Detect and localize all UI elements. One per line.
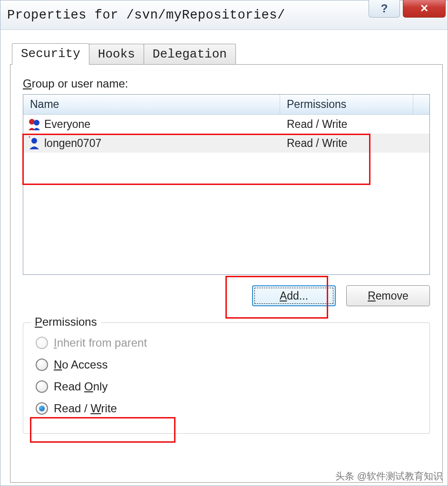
radio-read-only[interactable]: Read Only — [36, 380, 420, 393]
tabstrip: Security Hooks Delegation — [12, 43, 443, 64]
watermark: 头条 @软件测试教育知识 — [335, 470, 443, 483]
titlebar: Properties for /svn/myRepositories/ ? ✕ — [0, 0, 448, 30]
question-icon: ? — [381, 2, 388, 15]
remove-button[interactable]: Remove — [346, 285, 430, 306]
tab-panel-security: Group or user name: Name Permissions Eve… — [10, 64, 443, 483]
radio-label: Inherit from parent — [54, 336, 147, 350]
highlight-box — [30, 417, 175, 443]
user-icon: * — [27, 136, 41, 150]
user-list[interactable]: Name Permissions Everyone Read / Write — [23, 94, 430, 275]
row-permission: Read / Write — [280, 118, 429, 131]
radio-inherit: Inherit from parent — [36, 336, 420, 350]
svg-point-0 — [29, 119, 35, 125]
radio-icon — [36, 337, 48, 349]
column-name[interactable]: Name — [23, 95, 280, 114]
svg-text:*: * — [29, 136, 30, 141]
user-buttons: Add... Remove — [23, 285, 430, 306]
close-icon: ✕ — [420, 2, 429, 15]
row-permission: Read / Write — [280, 137, 429, 150]
close-button[interactable]: ✕ — [403, 0, 446, 18]
row-name: Everyone — [44, 118, 280, 131]
group-icon — [27, 117, 41, 131]
tab-security[interactable]: Security — [12, 43, 89, 65]
radio-label: Read / Write — [54, 402, 117, 415]
tab-hooks[interactable]: Hooks — [89, 44, 144, 64]
tab-delegation[interactable]: Delegation — [144, 44, 236, 64]
window-buttons: ? ✕ — [366, 0, 446, 18]
svg-point-2 — [31, 138, 37, 144]
grid-header: Name Permissions — [23, 95, 429, 115]
permissions-group: Permissions Inherit from parent No Acces… — [23, 322, 430, 434]
radio-read-write[interactable]: Read / Write — [36, 402, 420, 415]
radio-no-access[interactable]: No Access — [36, 358, 420, 371]
help-button[interactable]: ? — [369, 0, 400, 18]
table-row[interactable]: Everyone Read / Write — [23, 115, 429, 134]
grid-body: Everyone Read / Write * longen0707 Read … — [23, 115, 429, 153]
permissions-legend: Permissions — [31, 315, 101, 329]
column-permissions[interactable]: Permissions — [280, 95, 413, 114]
svg-point-1 — [34, 120, 39, 126]
radio-icon — [36, 402, 48, 415]
radio-label: No Access — [54, 358, 107, 371]
table-row[interactable]: * longen0707 Read / Write — [23, 134, 429, 153]
dialog-content: Security Hooks Delegation Group or user … — [0, 30, 448, 486]
radio-label: Read Only — [54, 380, 107, 393]
group-user-label: Group or user name: — [23, 77, 430, 90]
properties-dialog: Properties for /svn/myRepositories/ ? ✕ … — [0, 0, 448, 486]
row-name: longen0707 — [44, 137, 280, 150]
add-button[interactable]: Add... — [252, 285, 336, 306]
radio-icon — [36, 359, 48, 371]
window-title: Properties for /svn/myRepositories/ — [7, 8, 285, 22]
radio-icon — [36, 380, 48, 393]
